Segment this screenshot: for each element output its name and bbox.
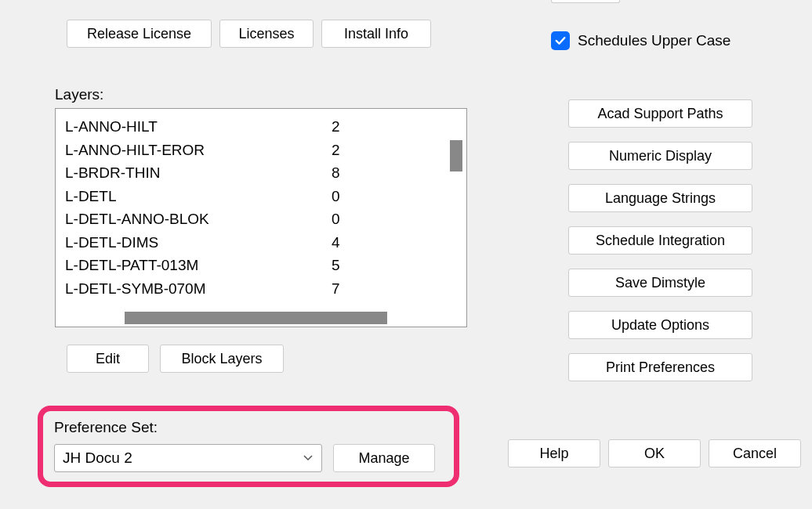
layer-name: L-ANNO-HILT [65,115,332,139]
horizontal-scrollbar[interactable] [125,312,387,324]
release-license-button[interactable]: Release License [67,20,212,48]
save-dimstyle-button[interactable]: Save Dimstyle [568,269,752,297]
preference-set-label: Preference Set: [54,419,158,436]
list-item[interactable]: L-DETL-DIMS 4 [65,231,466,254]
layer-name: L-DETL-DIMS [65,231,332,254]
layer-name: L-ANNO-HILT-EROR [65,139,332,162]
list-item[interactable]: L-ANNO-HILT-EROR 2 [65,139,466,162]
help-button[interactable]: Help [508,439,600,467]
layer-value: 0 [332,208,394,231]
update-options-button[interactable]: Update Options [568,311,752,339]
layer-name: L-DETL [65,185,332,208]
layer-name: L-DETL-ANNO-BLOK [65,208,332,231]
layer-value: 8 [332,161,394,185]
schedule-integration-button[interactable]: Schedule Integration [568,226,752,254]
list-item[interactable]: L-DETL-PATT-013M 5 [65,254,466,277]
list-item[interactable]: L-DETL 0 [65,185,466,208]
layer-value: 7 [332,277,394,301]
schedules-upper-case-checkbox[interactable] [551,31,570,50]
manage-button[interactable]: Manage [333,444,435,472]
cancel-button[interactable]: Cancel [709,439,801,467]
preference-set-value: JH Docu 2 [63,449,303,467]
layer-value: 2 [332,115,394,139]
preference-set-highlight: Preference Set: JH Docu 2 Manage [38,406,459,487]
layer-name: L-DETL-SYMB-070M [65,277,332,301]
edit-top-button[interactable]: Edit [551,0,620,3]
list-item[interactable]: L-DETL-ANNO-BLOK 0 [65,208,466,231]
preference-set-dropdown[interactable]: JH Docu 2 [54,444,322,472]
ok-button[interactable]: OK [608,439,701,467]
licenses-button[interactable]: Licenses [219,20,314,48]
list-item[interactable]: L-BRDR-THIN 8 [65,161,466,185]
layer-name: L-DETL-PATT-013M [65,254,332,277]
acad-support-paths-button[interactable]: Acad Support Paths [568,99,752,128]
layer-value: 0 [332,185,394,208]
layers-listbox[interactable]: L-ANNO-HILT 2 L-ANNO-HILT-EROR 2 L-BRDR-… [55,108,467,327]
chevron-down-icon [303,452,314,464]
check-icon [553,34,567,48]
install-info-button[interactable]: Install Info [321,20,431,48]
block-layers-button[interactable]: Block Layers [160,345,284,373]
layer-value: 4 [332,231,394,254]
language-strings-button[interactable]: Language Strings [568,184,752,212]
layer-value: 5 [332,254,394,277]
schedules-upper-case-label: Schedules Upper Case [578,32,730,49]
list-item[interactable]: L-DETL-SYMB-070M 7 [65,277,466,301]
vertical-scrollbar[interactable] [450,140,462,171]
numeric-display-button[interactable]: Numeric Display [568,142,752,170]
print-preferences-button[interactable]: Print Preferences [568,353,752,381]
edit-layers-button[interactable]: Edit [67,345,149,373]
layer-name: L-BRDR-THIN [65,161,332,185]
layer-value: 2 [332,139,394,162]
layers-label: Layers: [55,86,484,103]
list-item[interactable]: L-ANNO-HILT 2 [65,115,466,139]
